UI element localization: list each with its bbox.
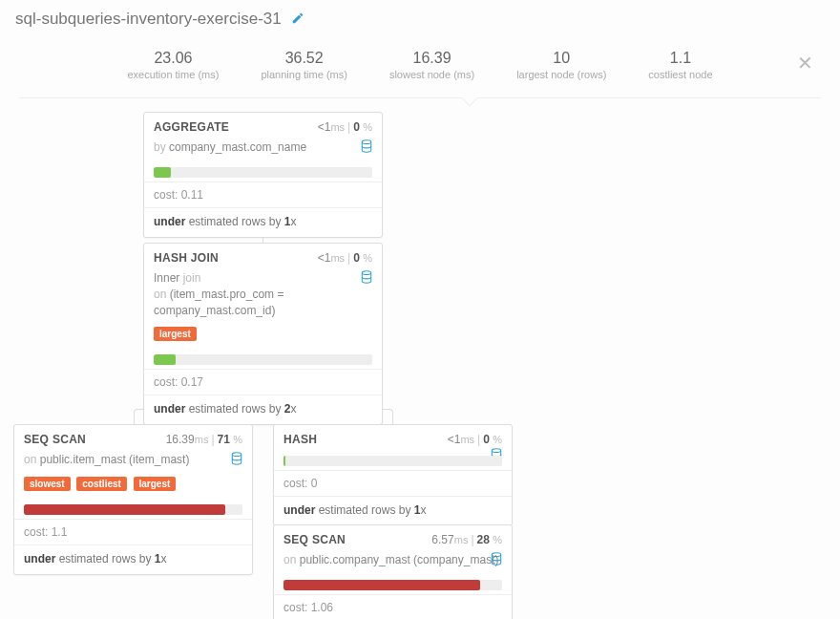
node-title: SEQ SCAN	[24, 433, 86, 446]
cost-row: cost: 1.1	[14, 520, 252, 544]
node-metrics: 16.39ms|71 %	[166, 433, 242, 446]
node-tags: largest	[144, 324, 382, 349]
edit-icon[interactable]	[291, 11, 304, 28]
node-aggregate[interactable]: AGGREGATE <1ms|0 % by company_mast.com_n…	[143, 112, 383, 238]
svg-point-2	[232, 453, 241, 457]
pointer-caret	[462, 91, 478, 107]
stat-slowest-node: 16.39 slowest node (ms)	[389, 50, 474, 80]
database-icon[interactable]	[361, 270, 372, 288]
node-detail: by company_mast.com_name	[144, 138, 382, 161]
tag-costliest: costliest	[76, 477, 127, 491]
under-row: under estimated rows by 2x	[144, 395, 382, 424]
database-icon[interactable]	[231, 452, 242, 470]
svg-point-4	[492, 553, 500, 557]
tag-largest: largest	[134, 477, 177, 491]
node-detail: Inner join on (item_mast.pro_com = compa…	[144, 268, 382, 324]
tag-largest: largest	[154, 327, 197, 341]
stat-costliest-node: 1.1 costliest node	[648, 50, 712, 80]
stats-bar: 23.06 execution time (ms) 36.52 planning…	[19, 38, 821, 98]
stat-execution-time: 23.06 execution time (ms)	[127, 50, 219, 80]
node-bar	[284, 580, 502, 590]
node-bar	[154, 354, 372, 365]
node-seq-scan-item-mast[interactable]: SEQ SCAN 16.39ms|71 % on public.item_mas…	[13, 424, 253, 575]
under-row: under estimated rows by 1x	[274, 497, 512, 525]
page-title: sql-subqueries-inventory-exercise-31	[15, 10, 282, 29]
node-title: SEQ SCAN	[284, 533, 346, 546]
node-detail: on public.item_mast (item_mast)	[14, 450, 252, 474]
svg-point-1	[362, 271, 370, 275]
node-bar	[154, 167, 372, 178]
node-bar	[284, 456, 502, 466]
node-title: HASH	[284, 433, 317, 446]
plan-canvas: AGGREGATE <1ms|0 % by company_mast.com_n…	[0, 106, 840, 619]
node-tags: slowest costliest largest	[14, 474, 252, 499]
cost-row: cost: 0.11	[144, 182, 382, 207]
node-metrics: 6.57ms|28 %	[431, 533, 502, 546]
svg-point-0	[362, 140, 370, 144]
under-row: under estimated rows by 1x	[144, 208, 382, 237]
under-row: under estimated rows by 1x	[14, 545, 252, 574]
database-icon[interactable]	[491, 552, 502, 570]
cost-row: cost: 1.06	[274, 595, 512, 619]
node-metrics: <1ms|0 %	[448, 433, 502, 446]
node-metrics: <1ms|0 %	[318, 251, 372, 265]
database-icon[interactable]	[361, 139, 372, 158]
cost-row: cost: 0.17	[144, 370, 382, 395]
node-title: HASH JOIN	[154, 251, 219, 265]
cost-row: cost: 0	[274, 471, 512, 496]
node-seq-scan-company-mast[interactable]: SEQ SCAN 6.57ms|28 % on public.company_m…	[273, 524, 513, 619]
stat-largest-node: 10 largest node (rows)	[516, 50, 606, 80]
close-icon[interactable]: ✕	[797, 52, 813, 75]
node-title: AGGREGATE	[154, 120, 229, 134]
node-bar	[24, 504, 242, 515]
node-hash[interactable]: HASH <1ms|0 % cost: 0 under estimated ro…	[273, 424, 513, 526]
title-bar: sql-subqueries-inventory-exercise-31	[0, 0, 840, 38]
stat-planning-time: 36.52 planning time (ms)	[261, 50, 346, 80]
tag-slowest: slowest	[24, 477, 71, 491]
svg-point-3	[492, 449, 500, 453]
node-metrics: <1ms|0 %	[318, 120, 372, 134]
node-hash-join[interactable]: HASH JOIN <1ms|0 % Inner join on (item_m…	[143, 243, 383, 425]
node-detail: on public.company_mast (company_mast)	[274, 550, 512, 574]
